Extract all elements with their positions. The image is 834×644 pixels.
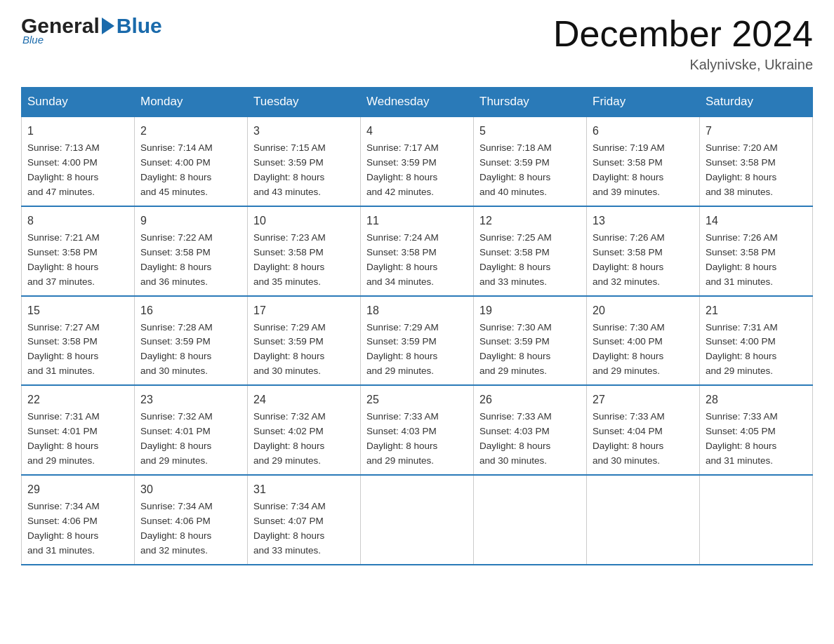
day-cell-11: 11Sunrise: 7:24 AMSunset: 3:58 PMDayligh… <box>361 206 474 296</box>
day-info: Sunrise: 7:33 AMSunset: 4:05 PMDaylight:… <box>706 410 807 469</box>
day-cell-25: 25Sunrise: 7:33 AMSunset: 4:03 PMDayligh… <box>361 385 474 475</box>
day-number: 18 <box>366 302 468 319</box>
day-cell-29: 29Sunrise: 7:34 AMSunset: 4:06 PMDayligh… <box>22 475 135 565</box>
day-cell-14: 14Sunrise: 7:26 AMSunset: 3:58 PMDayligh… <box>700 206 813 296</box>
day-info: Sunrise: 7:32 AMSunset: 4:01 PMDaylight:… <box>140 410 241 469</box>
day-info: Sunrise: 7:14 AMSunset: 4:00 PMDaylight:… <box>140 141 241 200</box>
day-cell-21: 21Sunrise: 7:31 AMSunset: 4:00 PMDayligh… <box>700 296 813 386</box>
logo-subtitle: Blue <box>22 34 162 46</box>
week-row-3: 15Sunrise: 7:27 AMSunset: 3:58 PMDayligh… <box>22 296 813 386</box>
day-cell-18: 18Sunrise: 7:29 AMSunset: 3:59 PMDayligh… <box>361 296 474 386</box>
day-info: Sunrise: 7:21 AMSunset: 3:58 PMDaylight:… <box>27 231 128 290</box>
day-cell-16: 16Sunrise: 7:28 AMSunset: 3:59 PMDayligh… <box>135 296 248 386</box>
day-number: 9 <box>140 213 241 229</box>
day-cell-7: 7Sunrise: 7:20 AMSunset: 3:58 PMDaylight… <box>700 116 813 206</box>
day-cell-23: 23Sunrise: 7:32 AMSunset: 4:01 PMDayligh… <box>135 385 248 475</box>
day-cell-27: 27Sunrise: 7:33 AMSunset: 4:04 PMDayligh… <box>587 385 700 475</box>
day-of-week-wednesday: Wednesday <box>361 88 474 117</box>
page-header: General Blue Blue December 2024 Kalynivs… <box>21 14 813 73</box>
day-cell-20: 20Sunrise: 7:30 AMSunset: 4:00 PMDayligh… <box>587 296 700 386</box>
day-cell-12: 12Sunrise: 7:25 AMSunset: 3:58 PMDayligh… <box>474 206 587 296</box>
day-number: 10 <box>253 213 355 229</box>
week-row-2: 8Sunrise: 7:21 AMSunset: 3:58 PMDaylight… <box>22 206 813 296</box>
day-cell-3: 3Sunrise: 7:15 AMSunset: 3:59 PMDaylight… <box>248 116 361 206</box>
day-number: 29 <box>27 481 128 498</box>
empty-cell <box>700 475 813 565</box>
day-cell-4: 4Sunrise: 7:17 AMSunset: 3:59 PMDaylight… <box>361 116 474 206</box>
day-number: 15 <box>27 302 128 319</box>
day-cell-30: 30Sunrise: 7:34 AMSunset: 4:06 PMDayligh… <box>135 475 248 565</box>
day-cell-31: 31Sunrise: 7:34 AMSunset: 4:07 PMDayligh… <box>248 475 361 565</box>
day-info: Sunrise: 7:28 AMSunset: 3:59 PMDaylight:… <box>140 321 241 380</box>
day-info: Sunrise: 7:31 AMSunset: 4:00 PMDaylight:… <box>706 321 807 380</box>
day-of-week-saturday: Saturday <box>700 88 813 117</box>
week-row-4: 22Sunrise: 7:31 AMSunset: 4:01 PMDayligh… <box>22 385 813 475</box>
day-of-week-thursday: Thursday <box>474 88 587 117</box>
day-number: 30 <box>140 481 241 498</box>
day-info: Sunrise: 7:33 AMSunset: 4:03 PMDaylight:… <box>366 410 468 469</box>
day-of-week-monday: Monday <box>135 88 248 117</box>
day-cell-19: 19Sunrise: 7:30 AMSunset: 3:59 PMDayligh… <box>474 296 587 386</box>
day-info: Sunrise: 7:29 AMSunset: 3:59 PMDaylight:… <box>253 321 355 380</box>
day-number: 11 <box>366 213 468 229</box>
day-info: Sunrise: 7:13 AMSunset: 4:00 PMDaylight:… <box>27 141 128 200</box>
day-number: 14 <box>706 213 807 229</box>
logo-arrow-icon <box>102 18 114 34</box>
day-cell-8: 8Sunrise: 7:21 AMSunset: 3:58 PMDaylight… <box>22 206 135 296</box>
day-of-week-tuesday: Tuesday <box>248 88 361 117</box>
day-info: Sunrise: 7:33 AMSunset: 4:04 PMDaylight:… <box>593 410 694 469</box>
day-number: 27 <box>593 391 694 408</box>
day-info: Sunrise: 7:34 AMSunset: 4:07 PMDaylight:… <box>253 499 355 558</box>
day-info: Sunrise: 7:23 AMSunset: 3:58 PMDaylight:… <box>253 231 355 290</box>
day-info: Sunrise: 7:20 AMSunset: 3:58 PMDaylight:… <box>706 141 807 200</box>
day-number: 4 <box>366 123 468 140</box>
day-cell-2: 2Sunrise: 7:14 AMSunset: 4:00 PMDaylight… <box>135 116 248 206</box>
empty-cell <box>474 475 587 565</box>
day-number: 31 <box>253 481 355 498</box>
day-of-week-friday: Friday <box>587 88 700 117</box>
day-number: 6 <box>593 123 694 140</box>
day-info: Sunrise: 7:33 AMSunset: 4:03 PMDaylight:… <box>479 410 581 469</box>
day-info: Sunrise: 7:15 AMSunset: 3:59 PMDaylight:… <box>253 141 355 200</box>
day-number: 22 <box>27 391 128 408</box>
day-info: Sunrise: 7:26 AMSunset: 3:58 PMDaylight:… <box>593 231 694 290</box>
month-title: December 2024 <box>553 14 813 54</box>
day-info: Sunrise: 7:18 AMSunset: 3:59 PMDaylight:… <box>479 141 581 200</box>
empty-cell <box>361 475 474 565</box>
day-cell-5: 5Sunrise: 7:18 AMSunset: 3:59 PMDaylight… <box>474 116 587 206</box>
day-number: 2 <box>140 123 241 140</box>
logo: General Blue Blue <box>21 14 162 46</box>
day-cell-24: 24Sunrise: 7:32 AMSunset: 4:02 PMDayligh… <box>248 385 361 475</box>
day-cell-6: 6Sunrise: 7:19 AMSunset: 3:58 PMDaylight… <box>587 116 700 206</box>
title-section: December 2024 Kalynivske, Ukraine <box>553 14 813 73</box>
day-number: 17 <box>253 302 355 319</box>
day-cell-13: 13Sunrise: 7:26 AMSunset: 3:58 PMDayligh… <box>587 206 700 296</box>
day-number: 28 <box>706 391 807 408</box>
day-info: Sunrise: 7:17 AMSunset: 3:59 PMDaylight:… <box>366 141 468 200</box>
day-number: 23 <box>140 391 241 408</box>
day-number: 21 <box>706 302 807 319</box>
day-info: Sunrise: 7:34 AMSunset: 4:06 PMDaylight:… <box>140 499 241 558</box>
day-info: Sunrise: 7:29 AMSunset: 3:59 PMDaylight:… <box>366 321 468 380</box>
empty-cell <box>587 475 700 565</box>
day-info: Sunrise: 7:30 AMSunset: 3:59 PMDaylight:… <box>479 321 581 380</box>
day-number: 24 <box>253 391 355 408</box>
day-number: 26 <box>479 391 581 408</box>
day-info: Sunrise: 7:22 AMSunset: 3:58 PMDaylight:… <box>140 231 241 290</box>
calendar-table: SundayMondayTuesdayWednesdayThursdayFrid… <box>21 87 813 565</box>
week-row-1: 1Sunrise: 7:13 AMSunset: 4:00 PMDaylight… <box>22 116 813 206</box>
day-number: 20 <box>593 302 694 319</box>
location-subtitle: Kalynivske, Ukraine <box>553 57 813 73</box>
day-info: Sunrise: 7:26 AMSunset: 3:58 PMDaylight:… <box>706 231 807 290</box>
day-info: Sunrise: 7:25 AMSunset: 3:58 PMDaylight:… <box>479 231 581 290</box>
day-cell-22: 22Sunrise: 7:31 AMSunset: 4:01 PMDayligh… <box>22 385 135 475</box>
day-cell-28: 28Sunrise: 7:33 AMSunset: 4:05 PMDayligh… <box>700 385 813 475</box>
calendar-header-row: SundayMondayTuesdayWednesdayThursdayFrid… <box>22 88 813 117</box>
day-info: Sunrise: 7:32 AMSunset: 4:02 PMDaylight:… <box>253 410 355 469</box>
day-number: 1 <box>27 123 128 140</box>
day-number: 16 <box>140 302 241 319</box>
day-number: 8 <box>27 213 128 229</box>
week-row-5: 29Sunrise: 7:34 AMSunset: 4:06 PMDayligh… <box>22 475 813 565</box>
day-number: 5 <box>479 123 581 140</box>
day-of-week-sunday: Sunday <box>22 88 135 117</box>
